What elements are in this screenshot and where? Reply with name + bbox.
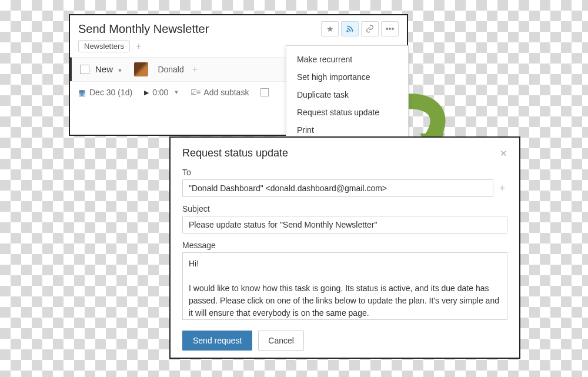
cancel-button[interactable]: Cancel	[258, 331, 304, 351]
to-field[interactable]	[182, 179, 493, 197]
request-status-modal: Request status update ✕ To + Subject Mes…	[169, 136, 520, 359]
calendar-icon: ▦	[78, 88, 86, 97]
task-context-menu: Make recurrent Set high importance Dupli…	[286, 45, 409, 149]
to-row: To +	[182, 168, 507, 197]
progress-checkbox	[260, 88, 269, 96]
complete-checkbox[interactable]	[80, 65, 89, 74]
modal-footer: Send request Cancel	[182, 331, 507, 351]
assignee-name[interactable]: Donald	[158, 65, 183, 74]
status-label: New	[95, 64, 113, 74]
close-icon[interactable]: ✕	[500, 148, 507, 159]
message-label: Message	[182, 241, 507, 250]
task-header: Send Monthly Newsletter ★ •••	[70, 15, 407, 36]
due-date-text: Dec 30 (1d)	[89, 88, 132, 97]
send-request-button[interactable]: Send request	[182, 331, 252, 351]
add-subtask-label: Add subtask	[203, 88, 249, 97]
modal-header: Request status update ✕	[182, 147, 507, 159]
timer[interactable]: ▶ 0:00 ▼	[144, 88, 179, 97]
menu-set-high-importance[interactable]: Set high importance	[286, 68, 408, 86]
menu-request-status-update[interactable]: Request status update	[286, 104, 408, 121]
add-tag-icon[interactable]: +	[133, 41, 143, 52]
more-icon[interactable]: •••	[381, 21, 399, 36]
caret-down-icon: ▼	[117, 68, 122, 74]
status-dropdown[interactable]: New ▼	[95, 64, 122, 75]
assignee-avatar[interactable]	[134, 62, 148, 76]
subject-row: Subject	[182, 204, 507, 233]
svg-point-0	[347, 31, 348, 32]
subject-label: Subject	[182, 204, 507, 213]
star-icon[interactable]: ★	[321, 21, 339, 36]
due-date[interactable]: ▦ Dec 30 (1d)	[78, 88, 132, 97]
menu-duplicate-task[interactable]: Duplicate task	[286, 86, 408, 104]
link-icon[interactable]	[361, 21, 379, 36]
caret-down-icon: ▼	[173, 89, 179, 95]
checklist-icon: ☑≡	[191, 88, 200, 96]
modal-title: Request status update	[182, 147, 288, 159]
add-recipient-icon[interactable]: +	[497, 182, 507, 195]
add-subtask-button[interactable]: ☑≡ Add subtask	[191, 88, 249, 97]
task-toolbar: ★ •••	[321, 21, 399, 36]
to-label: To	[182, 168, 507, 177]
message-row: Message	[182, 241, 507, 322]
task-title[interactable]: Send Monthly Newsletter	[78, 22, 209, 36]
rss-icon[interactable]	[341, 21, 359, 36]
subject-field[interactable]	[182, 216, 507, 233]
message-field[interactable]	[182, 252, 507, 320]
timer-value: 0:00	[152, 88, 168, 97]
progress-field[interactable]	[260, 88, 269, 96]
tag-newsletters[interactable]: Newsletters	[78, 40, 130, 52]
menu-make-recurrent[interactable]: Make recurrent	[286, 51, 408, 68]
add-assignee-icon[interactable]: +	[190, 64, 200, 75]
play-icon: ▶	[144, 89, 149, 96]
